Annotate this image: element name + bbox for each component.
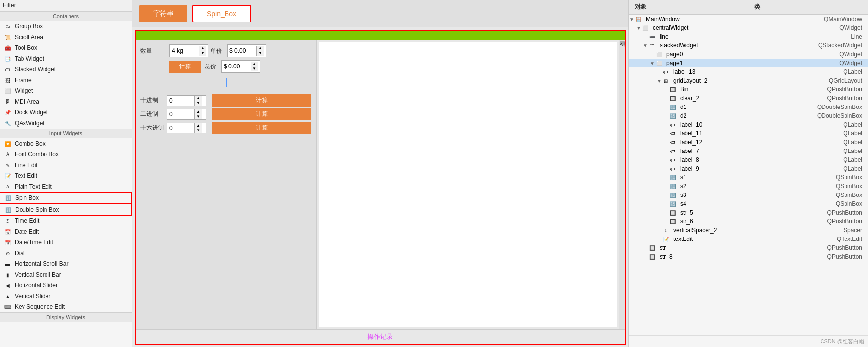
input-erjin-wrap[interactable]: ▲ ▼ (167, 109, 206, 120)
sidebar-item-spin-box[interactable]: 🔢Spin Box (0, 192, 132, 204)
arrow-MainWindow[interactable]: ▼ (629, 17, 635, 22)
tree-item-str_6[interactable]: 🔲 str_6 QPushButton (629, 217, 868, 226)
erjin-calc-btn[interactable]: 计算 (212, 108, 311, 120)
calc-button[interactable]: 计算 (169, 61, 201, 73)
erjin-down[interactable]: ▼ (195, 114, 202, 119)
icon-date-edit: 📅 (4, 228, 12, 236)
input-shuliang[interactable]: ▲ ▼ (169, 44, 208, 57)
shiliujin-up[interactable]: ▲ (195, 123, 202, 128)
sidebar-item-widget[interactable]: ⬜Widget (0, 86, 132, 96)
sidebar-item-font-combo-box[interactable]: ＡFont Combo Box (0, 149, 132, 160)
tree-item-s2[interactable]: 🔢 s2 QSpinBox (629, 182, 868, 191)
tree-item-label_10[interactable]: 🏷 label_10 QLabel (629, 120, 868, 129)
tree-item-label_12[interactable]: 🏷 label_12 QLabel (629, 138, 868, 147)
sidebar-item-combo-box[interactable]: 🔽Combo Box (0, 138, 132, 149)
tree-item-str_8[interactable]: 🔲 str_8 QPushButton (629, 252, 868, 261)
sidebar-item-horizontal-slider[interactable]: ◀Horizontal Slider (0, 280, 132, 291)
tree-item-s3[interactable]: 🔢 s3 QSpinBox (629, 191, 868, 199)
tree-item-stackedWidget[interactable]: ▼ 🗃 stackedWidget QStackedWidget (629, 41, 868, 50)
input-danjia[interactable]: ▲ ▼ (227, 44, 266, 57)
tree-item-d1[interactable]: 🔢 d1 QDoubleSpinBox (629, 103, 868, 111)
spinbox-button[interactable]: Spin_Box (192, 5, 251, 22)
left-scroll[interactable]: Containers 🗂Group Box📜Scroll Area🧰Tool B… (0, 11, 132, 347)
sidebar-item-double-spin-box[interactable]: 🔢Double Spin Box (0, 204, 132, 216)
shiliujin-calc-btn[interactable]: 计算 (212, 122, 311, 134)
canvas-scrollbar[interactable]: ◁ (619, 40, 625, 329)
sidebar-item-frame[interactable]: 🖼Frame (0, 75, 132, 86)
sidebar-item-dock-widget[interactable]: 📌Dock Widget (0, 107, 132, 118)
arrow-stackedWidget[interactable]: ▼ (642, 43, 648, 48)
sidebar-item-tool-box[interactable]: 🧰Tool Box (0, 43, 132, 53)
char-button[interactable]: 字符串 (139, 5, 187, 22)
tree-item-label_13[interactable]: 🏷 label_13 QLabel (629, 67, 868, 76)
top-buttons-area: 字符串 Spin_Box (132, 0, 628, 27)
tree-item-s1[interactable]: 🔢 s1 QSpinBox (629, 173, 868, 182)
erjin-field[interactable] (167, 110, 194, 119)
input-shiliujin-wrap[interactable]: ▲ ▼ (167, 123, 206, 133)
input-shijin-wrap[interactable]: ▲ ▼ (167, 95, 206, 106)
sidebar-item-time-edit[interactable]: ⏱Time Edit (0, 216, 132, 226)
sidebar-item-mdi-area[interactable]: 🗄MDI Area (0, 96, 132, 107)
danjia-down[interactable]: ▼ (257, 51, 264, 56)
sidebar-item-text-edit[interactable]: 📝Text Edit (0, 171, 132, 181)
shijin-field[interactable] (167, 96, 194, 105)
cursor-area (140, 76, 311, 89)
sidebar-item-plain-text-edit[interactable]: ＡPlain Text Edit (0, 181, 132, 192)
sidebar-item-datetime-edit[interactable]: 📅Date/Time Edit (0, 237, 132, 248)
icon-horizontal-slider: ◀ (4, 282, 12, 289)
arrow-centralWidget[interactable]: ▼ (636, 25, 641, 31)
shuliang-up[interactable]: ▲ (199, 46, 206, 51)
tree-item-gridLayout_2[interactable]: ▼ ⊞ gridLayout_2 QGridLayout (629, 76, 868, 85)
zongjia-down[interactable]: ▼ (251, 66, 258, 71)
erjin-up[interactable]: ▲ (195, 109, 202, 114)
name-clear_2: clear_2 (678, 94, 822, 102)
name-label_11: label_11 (678, 130, 837, 137)
tree-item-centralWidget[interactable]: ▼ ⬜ centralWidget QWidget (629, 23, 868, 32)
tree-item-Bin[interactable]: 🔲 Bin QPushButton (629, 85, 868, 94)
tree-item-textEdit[interactable]: 📝 textEdit QTextEdit (629, 235, 868, 243)
danjia-up[interactable]: ▲ (257, 46, 264, 51)
tree-item-clear_2[interactable]: 🔲 clear_2 QPushButton (629, 94, 868, 103)
sidebar-item-qaxwidget[interactable]: 🔧QAxWidget (0, 118, 132, 129)
zongjia-field[interactable] (224, 63, 251, 70)
sidebar-item-date-edit[interactable]: 📅Date Edit (0, 226, 132, 237)
shijin-calc-btn[interactable]: 计算 (212, 94, 311, 107)
shijin-up[interactable]: ▲ (195, 96, 202, 101)
tree-item-s4[interactable]: 🔢 s4 QSpinBox (629, 199, 868, 208)
tree-item-label_8[interactable]: 🏷 label_8 QLabel (629, 155, 868, 164)
sidebar-item-group-box[interactable]: 🗂Group Box (0, 21, 132, 32)
sidebar-item-vertical-slider[interactable]: ▲Vertical Slider (0, 291, 132, 302)
sidebar-item-vertical-scroll-bar[interactable]: ▮Vertical Scroll Bar (0, 269, 132, 280)
tree-item-label_7[interactable]: 🏷 label_7 QLabel (629, 147, 868, 155)
tree-item-label_9[interactable]: 🏷 label_9 QLabel (629, 164, 868, 173)
zongjia-up[interactable]: ▲ (251, 62, 258, 66)
tree-item-page1[interactable]: ▼ ⬜ page1 QWidget (629, 59, 868, 67)
sidebar-item-dial[interactable]: ⊙Dial (0, 248, 132, 259)
sidebar-item-stacked-widget[interactable]: 🗃Stacked Widget (0, 64, 132, 75)
sidebar-item-key-sequence-edit[interactable]: ⌨Key Sequence Edit (0, 302, 132, 312)
sidebar-item-line-edit[interactable]: ✎Line Edit (0, 160, 132, 171)
shiliujin-down[interactable]: ▼ (195, 128, 202, 133)
shuliang-down[interactable]: ▼ (199, 51, 206, 56)
tree-item-MainWindow[interactable]: ▼ 🪟 MainWindow QMainWindow (629, 15, 868, 23)
sidebar-item-horizontal-scroll-bar[interactable]: ▬Horizontal Scroll Bar (0, 259, 132, 269)
tree-item-verticalSpacer_2[interactable]: ↕ verticalSpacer_2 Spacer (629, 226, 868, 235)
tree-container[interactable]: ▼ 🪟 MainWindow QMainWindow ▼ ⬜ centralWi… (629, 15, 868, 335)
danjia-field[interactable] (229, 47, 256, 54)
tree-item-page0[interactable]: ⬜ page0 QWidget (629, 50, 868, 59)
tree-item-d2[interactable]: 🔢 d2 QDoubleSpinBox (629, 111, 868, 120)
tree-item-str[interactable]: 🔲 str QPushButton (629, 243, 868, 252)
input-zongjia[interactable]: ▲ ▼ (221, 60, 260, 73)
name-str: str (658, 244, 822, 252)
sidebar-item-tab-widget[interactable]: 📑Tab Widget (0, 53, 132, 64)
arrow-page1[interactable]: ▼ (649, 61, 655, 66)
shiliujin-field[interactable] (167, 124, 194, 132)
tree-item-label_11[interactable]: 🏷 label_11 QLabel (629, 129, 868, 138)
tree-item-line[interactable]: ➖ line Line (629, 32, 868, 41)
shijin-down[interactable]: ▼ (195, 101, 202, 106)
label-key-sequence-edit: Key Sequence Edit (15, 304, 65, 310)
tree-item-str_5[interactable]: 🔲 str_5 QPushButton (629, 208, 868, 217)
shuliang-field[interactable] (172, 47, 199, 54)
arrow-gridLayout_2[interactable]: ▼ (656, 78, 662, 84)
sidebar-item-scroll-area[interactable]: 📜Scroll Area (0, 32, 132, 43)
